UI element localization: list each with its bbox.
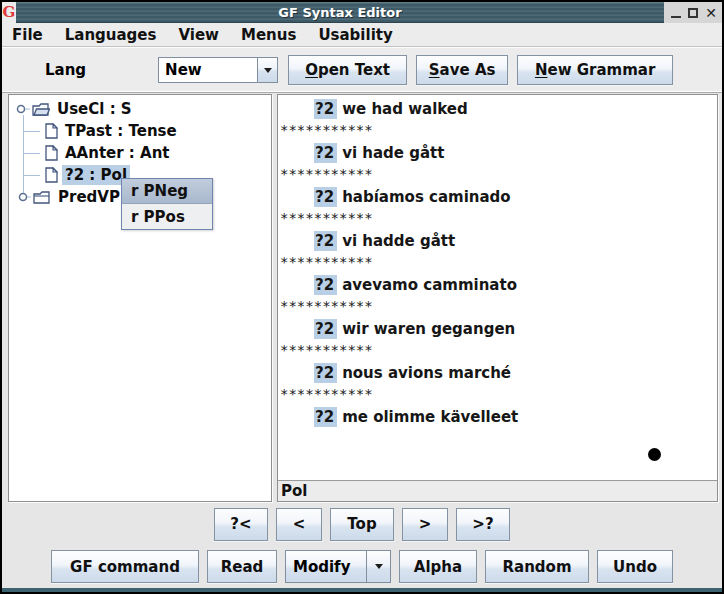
lang-select-arrow[interactable]: [257, 58, 277, 82]
top-button[interactable]: Top: [330, 508, 394, 541]
menu-usability[interactable]: Usability: [307, 26, 403, 44]
window-title: GF Syntax Editor: [278, 5, 401, 20]
separator-line: ***********: [278, 342, 717, 364]
separator-line: ***********: [278, 254, 717, 276]
gf-command-button[interactable]: GF command: [51, 550, 199, 583]
focus-token[interactable]: ?2: [314, 231, 337, 251]
open-text-label: pen Text: [318, 61, 390, 79]
next-metavariable-button[interactable]: >?: [456, 508, 510, 541]
maximize-icon[interactable]: [688, 8, 698, 18]
random-button[interactable]: Random: [485, 550, 589, 583]
menu-languages[interactable]: Languages: [54, 26, 168, 44]
close-icon[interactable]: ✕: [705, 6, 717, 20]
sentence-text: avevamo camminato: [342, 276, 517, 294]
tree-node-label: UseCl : S: [54, 99, 135, 119]
minimize-icon[interactable]: [671, 7, 681, 18]
tree-node-label-selected: ?2 : Pol: [62, 165, 130, 185]
new-grammar-button[interactable]: New Grammar: [517, 55, 673, 85]
undo-button[interactable]: Undo: [597, 550, 673, 583]
action-row: GF command Read Modify Alpha Random Undo: [2, 545, 722, 588]
sentence-line-french[interactable]: ?2nous avions marché: [278, 364, 717, 386]
folder-open-icon: [32, 102, 50, 117]
output-column: ?2we had walked *********** ?2vi hade gå…: [277, 94, 718, 502]
save-as-mnemonic: S: [429, 61, 440, 79]
leaf-file-icon: [45, 123, 58, 139]
title-strip[interactable]: GF Syntax Editor: [16, 2, 664, 23]
sentence-line-english[interactable]: ?2we had walked: [278, 100, 717, 122]
toolbar: Lang New Open Text Save As New Grammar: [2, 47, 722, 93]
sentence-line-italian[interactable]: ?2avevamo camminato: [278, 276, 717, 298]
alpha-button[interactable]: Alpha: [399, 550, 477, 583]
separator-line: ***********: [278, 386, 717, 408]
window-bottom-edge: [2, 588, 722, 592]
modify-select[interactable]: Modify: [285, 550, 391, 583]
focus-token[interactable]: ?2: [314, 187, 337, 207]
tree-connector-line: [23, 131, 40, 132]
menu-bar: File Languages View Menus Usability: [2, 23, 722, 47]
syntax-tree-panel[interactable]: UseCl : S TPast : Tense AAnter : Ant: [8, 94, 272, 502]
prev-metavariable-button[interactable]: ?<: [214, 508, 268, 541]
sentence-text: vi hade gått: [342, 144, 444, 162]
menu-menus[interactable]: Menus: [230, 26, 307, 44]
sentence-line-german[interactable]: ?2wir waren gegangen: [278, 320, 717, 342]
sentence-line-norwegian[interactable]: ?2vi hadde gått: [278, 232, 717, 254]
new-grammar-label: ew Grammar: [547, 61, 655, 79]
modify-select-arrow[interactable]: [366, 551, 390, 582]
sentence-line-swedish[interactable]: ?2vi hade gått: [278, 144, 717, 166]
chevron-down-icon: [375, 564, 383, 569]
focus-token[interactable]: ?2: [314, 363, 337, 383]
gf-syntax-editor-window: G GF Syntax Editor ✕ File Languages View…: [0, 0, 724, 594]
sentence-text: me olimme kävelleet: [342, 408, 518, 426]
menu-view[interactable]: View: [167, 26, 230, 44]
separator-line: ***********: [278, 122, 717, 144]
syntax-tree: UseCl : S TPast : Tense AAnter : Ant: [9, 95, 271, 501]
tree-node-usecl[interactable]: UseCl : S: [9, 98, 271, 120]
linearization-output-pane[interactable]: ?2we had walked *********** ?2vi hade gå…: [278, 95, 717, 481]
save-as-button[interactable]: Save As: [416, 55, 508, 85]
sentence-text: wir waren gegangen: [342, 320, 515, 338]
tree-connector-line: [23, 115, 24, 193]
lang-select[interactable]: New: [158, 57, 278, 83]
separator-line: ***********: [278, 298, 717, 320]
refinement-context-menu: r PNeg r PPos: [121, 178, 213, 230]
next-node-button[interactable]: >: [402, 508, 448, 541]
menu-file[interactable]: File: [12, 26, 54, 44]
tree-node-tpast[interactable]: TPast : Tense: [9, 120, 271, 142]
focused-category-label: Pol: [281, 482, 307, 500]
focus-token[interactable]: ?2: [314, 319, 337, 339]
tree-node-label: PredVP: [55, 187, 123, 207]
gf-logo-icon: G: [2, 2, 16, 23]
lang-select-value: New: [159, 58, 257, 82]
open-text-mnemonic: O: [305, 61, 318, 79]
tree-expanded-handle-icon[interactable]: [15, 102, 30, 116]
cursor-dot: [648, 448, 661, 461]
tree-node-aanter[interactable]: AAnter : Ant: [9, 142, 271, 164]
main-area: UseCl : S TPast : Tense AAnter : Ant: [2, 93, 722, 503]
sentence-line-spanish[interactable]: ?2habíamos caminado: [278, 188, 717, 210]
tree-node-label: AAnter : Ant: [62, 143, 173, 163]
navigation-row: ?< < Top > >?: [2, 503, 722, 545]
sentence-text: vi hadde gått: [342, 232, 455, 250]
title-bar: G GF Syntax Editor ✕: [2, 2, 722, 23]
chevron-down-icon: [264, 68, 272, 73]
sentence-text: habíamos caminado: [342, 188, 511, 206]
leaf-file-icon: [45, 167, 58, 183]
focus-token[interactable]: ?2: [314, 275, 337, 295]
tree-connector-line: [23, 175, 40, 176]
leaf-file-icon: [45, 145, 58, 161]
separator-line: ***********: [278, 166, 717, 188]
open-text-button[interactable]: Open Text: [288, 55, 407, 85]
prev-node-button[interactable]: <: [276, 508, 322, 541]
context-menu-item-pneg[interactable]: r PNeg: [122, 179, 212, 204]
sentence-line-finnish[interactable]: ?2me olimme kävelleet: [278, 408, 717, 430]
sentence-text: nous avions marché: [342, 364, 511, 382]
separator-line: ***********: [278, 210, 717, 232]
focus-token[interactable]: ?2: [314, 99, 337, 119]
status-strip: Pol: [278, 481, 717, 501]
focus-token[interactable]: ?2: [314, 407, 337, 427]
context-menu-item-ppos[interactable]: r PPos: [122, 204, 212, 229]
focus-token[interactable]: ?2: [314, 143, 337, 163]
lang-label: Lang: [45, 61, 86, 79]
read-button[interactable]: Read: [207, 550, 277, 583]
tree-connector-line: [23, 153, 40, 154]
